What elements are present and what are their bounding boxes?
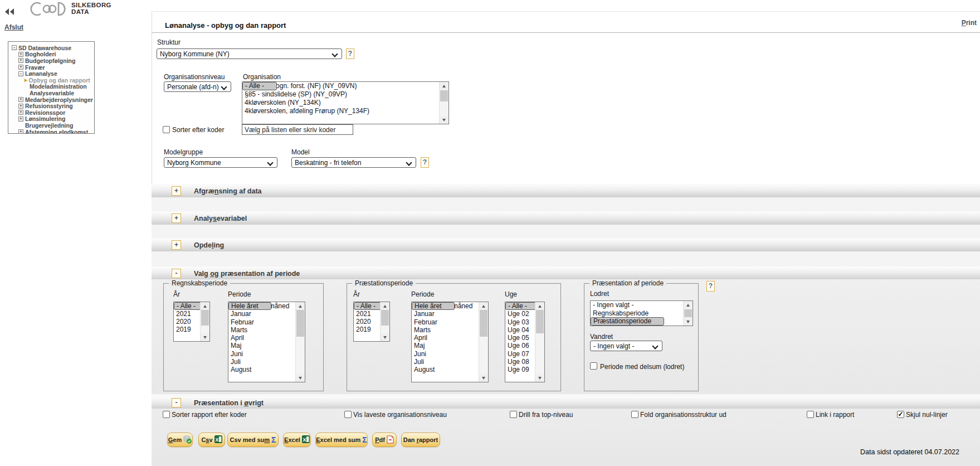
collapse-section-button[interactable]: - (172, 269, 181, 278)
scroll-thumb[interactable] (440, 90, 448, 101)
tree-item-revisionsspor[interactable]: +Revisionsspor (12, 109, 93, 116)
struktur-select[interactable]: Nyborg Kommune (NY) (157, 48, 342, 59)
periode-option[interactable]: Juni (412, 350, 479, 358)
tree-item-refusionsstyring[interactable]: +Refusionsstyring (12, 103, 93, 109)
model-help-button[interactable]: ? (421, 157, 429, 168)
exit-link[interactable]: Afslut (4, 23, 23, 31)
scrollbar[interactable] (683, 301, 693, 326)
tree-expand-icon[interactable]: + (18, 110, 23, 115)
periode-option[interactable]: Juli (412, 358, 479, 366)
tree-expand-icon[interactable]: + (18, 116, 23, 122)
uge-option[interactable]: Uge 05 (505, 334, 535, 342)
scroll-up-icon[interactable] (381, 302, 389, 310)
praestation-periode-listbox[interactable]: Hele året Hele året pr. måned Januar Feb… (411, 302, 489, 382)
scroll-thumb[interactable] (296, 310, 304, 337)
sorter-rapport-efter-koder-checkbox[interactable] (163, 411, 170, 418)
tree-expand-icon[interactable]: + (18, 97, 23, 102)
uge-option[interactable]: Uge 07 (505, 350, 535, 358)
periode-option[interactable]: Hele året (228, 302, 271, 310)
scrollbar[interactable] (535, 302, 544, 382)
tree-expand-icon[interactable]: + (18, 58, 23, 63)
scroll-down-icon[interactable] (296, 374, 305, 382)
periode-option[interactable]: Marts (228, 326, 296, 334)
aar-option[interactable]: - Alle - (174, 302, 201, 310)
aar-option[interactable]: 2021 (174, 310, 201, 318)
periode-option[interactable]: Maj (412, 342, 479, 350)
uge-option[interactable]: Uge 09 (505, 366, 535, 373)
tree-collapse-icon[interactable]: - (12, 45, 17, 50)
lodret-option[interactable]: Regnskabsperiode (591, 309, 684, 318)
periode-option[interactable]: Juni (228, 350, 296, 358)
drill-fra-top-niveau-checkbox[interactable] (510, 411, 517, 418)
scroll-thumb[interactable] (381, 310, 389, 326)
scroll-up-icon[interactable] (479, 302, 488, 310)
periode-option[interactable]: August (412, 366, 479, 373)
regnskab-periode-listbox[interactable]: Hele året Hele året pr. måned Januar Feb… (228, 302, 305, 382)
print-link[interactable]: Print (962, 19, 977, 27)
scrollbar[interactable] (295, 302, 305, 382)
scroll-up-icon[interactable] (535, 302, 544, 310)
praestation-aar-listbox[interactable]: - Alle - 2022 2021 2020 2019 (353, 302, 390, 342)
scroll-down-icon[interactable] (684, 318, 693, 326)
periode-option[interactable]: Februar (412, 318, 479, 326)
scroll-thumb[interactable] (201, 310, 209, 326)
scrollbar[interactable] (200, 302, 209, 341)
dan-rapport-button[interactable]: Dan rapport (401, 433, 440, 447)
tree-item-sd-datawarehouse[interactable]: -SD Datawarehouse (12, 45, 93, 51)
expand-section-button[interactable]: + (172, 213, 181, 223)
link-i-rapport-checkbox[interactable] (807, 411, 814, 418)
tree-item-medarbejderoplysninger[interactable]: +Medarbejderoplysninger (12, 96, 93, 103)
aar-option[interactable]: 2019 (354, 326, 381, 333)
vandret-select[interactable]: - Ingen valgt - (590, 341, 662, 351)
periode-option[interactable]: Juli (228, 358, 296, 366)
uge-option[interactable]: Uge 08 (505, 358, 535, 366)
tree-collapse-icon[interactable]: - (18, 71, 23, 76)
periode-option[interactable]: Hele året (412, 302, 455, 310)
modelgruppe-select[interactable]: Nyborg Kommune (164, 157, 277, 168)
periode-option[interactable]: Februar (228, 318, 296, 326)
tree-item-analysevariable[interactable]: Analysevariable (12, 90, 93, 96)
scroll-up-icon[interactable] (201, 302, 209, 310)
vis-laveste-organisationsniveau-checkbox[interactable] (344, 411, 352, 418)
tree-expand-icon[interactable]: + (18, 52, 23, 57)
tree-item-brugervejledning[interactable]: Brugervejledning (12, 122, 93, 129)
collapse-sidebar-icon[interactable] (3, 7, 14, 18)
periode-med-delsum-checkbox[interactable] (590, 362, 597, 370)
scrollbar[interactable] (479, 302, 488, 382)
tree-item-loensimulering[interactable]: +Lønsimulering (12, 116, 93, 123)
scroll-down-icon[interactable] (535, 374, 544, 382)
tree-item-fravaer[interactable]: +Fravær (12, 64, 93, 71)
tree-item-loenanalyse[interactable]: -Lønanalyse (12, 70, 93, 77)
koder-input[interactable] (242, 124, 353, 135)
periode-help-button[interactable]: ? (706, 281, 715, 292)
aar-option[interactable]: 2019 (174, 326, 201, 333)
scroll-thumb[interactable] (536, 310, 544, 333)
organisation-option[interactable]: - Alle - (242, 82, 277, 90)
uge-option[interactable]: - Alle - (505, 302, 535, 310)
organisationsniveau-select[interactable]: Personale (afd-n) (164, 81, 231, 92)
scroll-thumb[interactable] (480, 310, 487, 337)
periode-option[interactable]: April (412, 334, 479, 342)
periode-option[interactable]: August (228, 366, 296, 373)
struktur-help-button[interactable]: ? (346, 48, 354, 59)
pdf-button[interactable]: Pdf (372, 433, 397, 447)
expand-section-button[interactable]: + (172, 240, 181, 250)
scrollbar[interactable] (380, 302, 389, 341)
tree-item-budgetopfoelgning[interactable]: +Budgetopfølgning (12, 57, 93, 64)
tree-expand-icon[interactable]: + (18, 104, 23, 109)
lodret-option[interactable]: - Ingen valgt - (591, 301, 684, 309)
tree-item-bogholderi[interactable]: +Bogholderi (12, 51, 93, 58)
praestation-uge-listbox[interactable]: - Alle - Uge 01 Uge 02 Uge 03 Uge 04 Uge… (505, 302, 545, 382)
periode-option[interactable]: Januar (228, 310, 296, 318)
scrollbar[interactable] (439, 82, 448, 124)
skjul-nul-linjer-checkbox[interactable]: ✓ (897, 411, 904, 418)
scroll-up-icon[interactable] (296, 302, 305, 310)
scroll-down-icon[interactable] (479, 374, 488, 382)
scroll-up-icon[interactable] (684, 301, 693, 309)
aar-option[interactable]: - Alle - (354, 302, 381, 310)
sorter-efter-koder-checkbox[interactable] (163, 126, 170, 133)
excel-med-sum-button[interactable]: Excel med sum Σ (315, 433, 368, 447)
collapse-section-button[interactable]: - (172, 398, 181, 407)
tree-item-opbyg-og-dan-rapport[interactable]: ➤Opbyg og dan rapport (12, 77, 93, 84)
uge-option[interactable]: Uge 04 (505, 326, 535, 334)
